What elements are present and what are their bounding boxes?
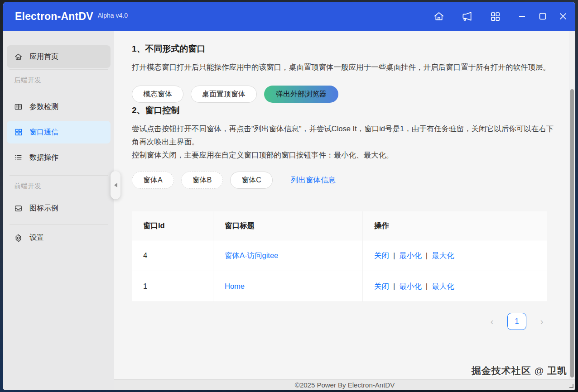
minimize-icon — [517, 11, 528, 22]
book-icon — [14, 103, 23, 111]
maximize-window-link[interactable]: 最大化 — [432, 251, 454, 261]
app-window: Electron-AntDV Alpha v4.0 — [3, 2, 575, 390]
home-nav-button[interactable] — [433, 10, 445, 22]
maximize-icon — [537, 11, 548, 22]
action-separator: | — [426, 282, 428, 291]
maximize-window-link[interactable]: 最大化 — [432, 282, 454, 292]
column-header-window-id: 窗口Id — [132, 211, 213, 240]
copyright-text: ©2025 Power By Electron-AntDV — [295, 381, 395, 389]
sidebar-divider — [10, 224, 108, 225]
section2-heading: 2、窗口控制 — [132, 105, 554, 116]
footer: ©2025 Power By Electron-AntDV — [114, 379, 575, 390]
minimize-button[interactable] — [516, 10, 528, 22]
pagination-prev-icon[interactable]: ‹ — [486, 314, 497, 329]
sidebar-item-param-check[interactable]: 参数检测 — [7, 96, 111, 118]
pagination-page-1[interactable]: 1 — [507, 313, 526, 330]
section1-heading: 1、不同形式的窗口 — [132, 43, 554, 55]
minimize-window-link[interactable]: 最小化 — [399, 282, 422, 292]
section1-description: 打开模态窗口打开后只能操作应用中的该窗口，桌面置顶窗体一般应用于一些桌面挂件，开… — [132, 61, 554, 74]
app-title: Electron-AntDV — [15, 10, 93, 23]
window-controls — [516, 10, 569, 22]
window-title-link[interactable]: Home — [225, 282, 245, 291]
home-icon — [14, 53, 23, 61]
close-icon — [558, 11, 568, 22]
titlebar: Electron-AntDV Alpha v4.0 — [3, 2, 575, 31]
pagination: ‹ 1 › — [132, 313, 547, 330]
table-row: 4 窗体A-访问gitee 关闭 | 最小化 | 最大化 — [132, 240, 547, 271]
resize-grip-icon — [569, 384, 573, 388]
column-header-window-title: 窗口标题 — [213, 211, 363, 240]
action-separator: | — [393, 251, 395, 260]
table-header-row: 窗口Id 窗口标题 操作 — [132, 211, 547, 240]
announcement-button[interactable] — [461, 10, 473, 22]
sidebar: 应用首页 后端开发 参数检测 — [3, 31, 114, 390]
sidebar-item-label: 数据操作 — [29, 153, 58, 163]
window-title-link[interactable]: 窗体A-访问gitee — [225, 251, 278, 261]
open-external-browser-button[interactable]: 弹出外部浏览器 — [264, 86, 338, 103]
always-on-top-button[interactable]: 桌面置顶窗体 — [191, 86, 257, 103]
sidebar-item-label: 窗口通信 — [29, 128, 58, 137]
minimize-window-link[interactable]: 最小化 — [399, 251, 422, 261]
sidebar-divider — [10, 69, 108, 70]
maximize-button[interactable] — [537, 10, 549, 22]
list-icon — [14, 153, 23, 162]
gear-icon — [14, 234, 23, 242]
modal-window-button[interactable]: 模态窗体 — [132, 86, 183, 103]
blocks-icon — [14, 128, 23, 137]
window-id-cell: 4 — [132, 240, 213, 271]
sidebar-section-backend: 后端开发 — [7, 71, 111, 89]
sidebar-item-label: 设置 — [29, 233, 44, 243]
home-icon — [433, 10, 445, 22]
sidebar-item-window-comm[interactable]: 窗口通信 — [7, 121, 111, 143]
pagination-next-icon[interactable]: › — [536, 314, 547, 329]
sidebar-section-frontend: 前端开发 — [7, 177, 111, 195]
main-content: 1、不同形式的窗口 打开模态窗口打开后只能操作应用中的该窗口，桌面置顶窗体一般应… — [114, 31, 575, 390]
window-c-button[interactable]: 窗体C — [230, 172, 273, 189]
list-windows-link[interactable]: 列出窗体信息 — [291, 175, 336, 185]
action-separator: | — [426, 251, 428, 260]
action-separator: | — [393, 282, 395, 291]
close-button[interactable] — [557, 10, 569, 22]
window-b-button[interactable]: 窗体B — [181, 172, 223, 189]
scrollbar-track[interactable] — [569, 31, 575, 379]
megaphone-icon — [461, 10, 473, 22]
section2-description-line2: 控制窗体关闭，主要应用在自定义窗口顶部的窗口按钮事件：最小化、最大化。 — [132, 148, 554, 162]
sidebar-item-data-ops[interactable]: 数据操作 — [7, 146, 111, 169]
section2-description-line1: 尝试点击按钮打开不同窗体，再点击"列出窗体信息"，并尝试Close It，窗口i… — [132, 122, 554, 148]
scrollbar-thumb[interactable] — [570, 89, 574, 378]
app-version: Alpha v4.0 — [98, 12, 128, 19]
community-watermark: 掘金技术社区 @ 卫凯 — [472, 364, 567, 377]
close-window-link[interactable]: 关闭 — [374, 251, 389, 261]
sidebar-item-label: 参数检测 — [29, 102, 58, 112]
windows-table: 窗口Id 窗口标题 操作 4 窗体A-访问gitee 关闭 | — [132, 211, 547, 302]
sidebar-divider — [10, 175, 108, 176]
sidebar-collapse-handle[interactable] — [111, 171, 120, 199]
column-header-actions: 操作 — [363, 211, 547, 240]
sidebar-item-label: 应用首页 — [29, 52, 58, 62]
sidebar-item-settings[interactable]: 设置 — [7, 226, 111, 249]
window-id-cell: 1 — [132, 271, 213, 302]
titlebar-nav — [433, 10, 501, 22]
apps-menu-button[interactable] — [489, 10, 501, 22]
sidebar-item-home[interactable]: 应用首页 — [7, 45, 111, 68]
close-window-link[interactable]: 关闭 — [374, 282, 389, 292]
table-row: 1 Home 关闭 | 最小化 | 最大化 — [132, 271, 547, 302]
inbox-icon — [14, 204, 23, 213]
grid-icon — [490, 11, 501, 22]
sidebar-item-label: 图标示例 — [29, 204, 58, 213]
chevron-left-icon — [114, 183, 117, 187]
sidebar-item-icon-demo[interactable]: 图标示例 — [7, 197, 111, 220]
window-a-button[interactable]: 窗体A — [132, 172, 174, 189]
